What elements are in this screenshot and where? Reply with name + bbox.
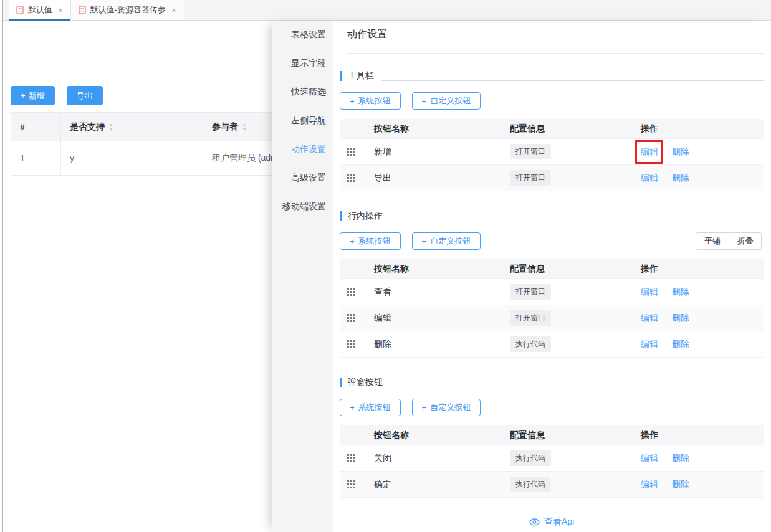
column-header-button-name: 按钮名称 xyxy=(374,123,510,135)
drag-handle-icon[interactable] xyxy=(347,288,355,296)
config-tag: 打开窗口 xyxy=(510,284,551,300)
table-row[interactable]: 1 y 租户管理员 (adm xyxy=(11,141,273,176)
close-icon[interactable]: × xyxy=(58,6,63,15)
delete-link[interactable]: 删除 xyxy=(672,453,689,463)
drawer-content: 动作设置 工具栏 + 系统按钮 + 自定义按钮 按钮名称 配置信息 操作 xyxy=(333,21,771,532)
column-header-participant[interactable]: 参与者 ▲▼ xyxy=(203,113,273,141)
custom-button-add[interactable]: + 自定义按钮 xyxy=(412,232,481,250)
button-name: 编辑 xyxy=(374,313,510,324)
delete-link[interactable]: 删除 xyxy=(672,173,689,183)
delete-link[interactable]: 删除 xyxy=(672,339,689,349)
plus-icon: + xyxy=(21,91,26,100)
button-name: 关闭 xyxy=(374,453,510,464)
column-header-index[interactable]: # xyxy=(11,113,61,141)
background-data-table: # 是否支持 ▲▼ 参与者 ▲▼ 1 y 租户管理员 (adm xyxy=(11,112,273,176)
table-row: 关闭 执行代码 编辑 删除 xyxy=(340,445,764,472)
tile-toggle-button[interactable]: 平铺 xyxy=(696,233,729,249)
edit-link[interactable]: 编辑 xyxy=(641,479,658,489)
button-name: 查看 xyxy=(374,287,510,298)
drag-handle-icon[interactable] xyxy=(347,454,355,462)
view-api-link[interactable]: 查看Api xyxy=(340,516,764,528)
column-header-operations: 操作 xyxy=(641,264,764,275)
edit-link[interactable]: 编辑 xyxy=(641,339,658,349)
column-header-operations: 操作 xyxy=(641,123,764,135)
drag-handle-icon[interactable] xyxy=(347,480,355,488)
drag-handle-icon[interactable] xyxy=(347,314,355,322)
sidebar-item-action-settings[interactable]: 动作设置 xyxy=(272,135,333,164)
button-name: 新增 xyxy=(374,146,510,158)
collapse-toggle-button[interactable]: 折叠 xyxy=(729,233,761,249)
custom-button-add[interactable]: + 自定义按钮 xyxy=(412,92,481,110)
sidebar-item-quick-filter[interactable]: 快速筛选 xyxy=(272,78,333,107)
drag-handle-icon[interactable] xyxy=(347,174,355,182)
plus-icon: + xyxy=(350,237,355,246)
table-header-row: # 是否支持 ▲▼ 参与者 ▲▼ xyxy=(11,113,273,141)
edit-link[interactable]: 编辑 xyxy=(641,453,658,463)
inline-ops-buttons-table: 按钮名称 配置信息 操作 查看 打开窗口 编辑 删除 编辑 打开窗口 编辑 删 xyxy=(340,259,764,358)
sort-icon[interactable]: ▲▼ xyxy=(108,123,113,131)
table-header-row: 按钮名称 配置信息 操作 xyxy=(340,259,764,279)
tab-default-value-resource-container[interactable]: 默认值-资源容器传参 × xyxy=(71,0,184,20)
eye-icon xyxy=(529,518,540,526)
config-tag: 打开窗口 xyxy=(510,170,551,186)
button-name: 删除 xyxy=(374,339,510,350)
table-row: 确定 执行代码 编辑 删除 xyxy=(340,472,764,498)
sidebar-item-display-fields[interactable]: 显示字段 xyxy=(272,49,333,78)
button-name: 确定 xyxy=(374,479,510,490)
plus-icon: + xyxy=(350,97,355,106)
delete-link[interactable]: 删除 xyxy=(672,313,689,323)
panel-divider xyxy=(346,53,764,54)
section-underline xyxy=(390,221,764,221)
sidebar-item-mobile-settings[interactable]: 移动端设置 xyxy=(272,192,333,221)
toolbar-buttons-table: 按钮名称 配置信息 操作 新增 打开窗口 编辑 删除 导出 打开窗口 编辑 删 xyxy=(340,119,764,191)
cell-index: 1 xyxy=(11,141,61,175)
drag-handle-icon[interactable] xyxy=(347,340,355,348)
tab-default-value[interactable]: 默认值 × xyxy=(9,0,71,20)
system-button-add[interactable]: + 系统按钮 xyxy=(340,399,401,416)
table-header-row: 按钮名称 配置信息 操作 xyxy=(340,119,764,139)
config-tag: 执行代码 xyxy=(510,450,551,466)
column-header-config-info: 配置信息 xyxy=(510,123,641,135)
sidebar-item-advanced-settings[interactable]: 高级设置 xyxy=(272,164,333,192)
custom-button-add[interactable]: + 自定义按钮 xyxy=(412,399,481,416)
export-button[interactable]: 导出 xyxy=(67,86,103,105)
config-tag: 执行代码 xyxy=(510,477,551,492)
system-button-add[interactable]: + 系统按钮 xyxy=(340,232,401,250)
section-header-popup-buttons: 弹窗按钮 xyxy=(340,376,764,389)
delete-link[interactable]: 删除 xyxy=(672,287,689,297)
delete-link[interactable]: 删除 xyxy=(672,479,689,489)
drag-handle-icon[interactable] xyxy=(347,148,355,156)
section-accent-bar xyxy=(340,378,342,387)
left-panel-edge xyxy=(2,0,3,532)
sort-icon[interactable]: ▲▼ xyxy=(242,123,247,131)
edit-link[interactable]: 编辑 xyxy=(641,313,658,323)
popup-buttons-table: 按钮名称 配置信息 操作 关闭 执行代码 编辑 删除 确定 执行代码 编辑 删 xyxy=(340,425,764,498)
delete-link[interactable]: 删除 xyxy=(672,146,689,156)
column-header-button-name: 按钮名称 xyxy=(374,264,510,275)
edit-link[interactable]: 编辑 xyxy=(641,287,658,297)
sidebar-item-left-nav[interactable]: 左侧导航 xyxy=(272,107,333,135)
table-row: 导出 打开窗口 编辑 删除 xyxy=(340,165,764,191)
column-header-config-info: 配置信息 xyxy=(510,430,641,441)
cell-support: y xyxy=(61,141,203,175)
panel-title: 动作设置 xyxy=(347,28,764,41)
button-name: 导出 xyxy=(374,173,510,184)
add-button[interactable]: + 新增 xyxy=(11,86,55,105)
column-header-support[interactable]: 是否支持 ▲▼ xyxy=(61,113,203,141)
tab-label: 默认值 xyxy=(28,4,52,16)
edit-link[interactable]: 编辑 xyxy=(641,173,658,183)
edit-link[interactable]: 编辑 xyxy=(641,146,658,156)
plus-icon: + xyxy=(422,403,427,412)
tab-label: 默认值-资源容器传参 xyxy=(90,4,166,16)
table-row: 删除 执行代码 编辑 删除 xyxy=(340,331,764,358)
close-icon[interactable]: × xyxy=(171,6,176,15)
section-underline xyxy=(381,80,764,81)
plus-icon: + xyxy=(422,97,427,106)
config-tag: 执行代码 xyxy=(510,336,551,352)
section-accent-bar xyxy=(340,211,342,221)
system-button-add[interactable]: + 系统按钮 xyxy=(340,92,401,110)
section-header-inline-ops: 行内操作 xyxy=(340,210,764,222)
section-header-toolbar: 工具栏 xyxy=(340,70,764,82)
document-icon xyxy=(16,6,24,14)
sidebar-item-table-settings[interactable]: 表格设置 xyxy=(272,21,333,49)
